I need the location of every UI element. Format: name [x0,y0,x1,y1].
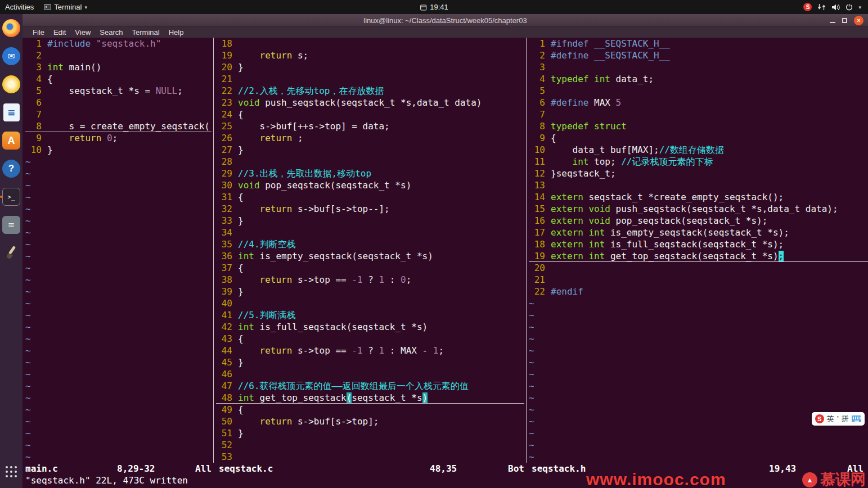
ime-english-mode[interactable]: 英 [827,414,834,424]
code-line[interactable]: 31{ [216,191,524,203]
code-line[interactable]: 44 return s->top == -1 ? 1 : MAX - 1; [216,345,524,356]
tilde-line[interactable]: ~ [529,321,868,333]
activities-button[interactable]: Activities [0,0,39,14]
tilde-line[interactable]: ~ [25,321,212,333]
tilde-line[interactable]: ~ [529,451,868,463]
ime-pinyin-mode[interactable]: 拼 [842,414,849,424]
dock-thunderbird-icon[interactable]: ✉ [2,47,21,66]
code-line[interactable]: 26 return ; [216,132,524,144]
tilde-line[interactable]: ~ [25,203,212,215]
sogou-input-icon[interactable]: S [803,3,812,11]
tilde-line[interactable]: ~ [529,368,868,380]
code-line[interactable]: 46 [216,368,524,380]
code-line[interactable]: 3 [529,61,868,73]
dock-firefox-icon[interactable] [2,19,21,38]
code-line[interactable]: 8typedef struct [529,120,868,132]
code-line[interactable]: 20} [216,61,524,73]
dock-paintbrush-icon[interactable] [2,243,21,263]
code-line[interactable]: 4typedef int data_t; [529,73,868,85]
code-line[interactable]: 6#define MAX 5 [529,97,868,109]
code-line[interactable]: 53 [216,451,524,463]
dock-show-applications-icon[interactable] [2,462,21,481]
dock-ubuntu-software-icon[interactable]: A [2,131,21,150]
menu-help[interactable]: Help [164,28,188,37]
code-line[interactable]: 4{ [25,73,212,85]
tilde-line[interactable]: ~ [25,451,212,463]
code-line[interactable]: 42int is_full_seqstack(seqstack_t *s) [216,321,524,333]
code-line[interactable]: 34 [216,227,524,238]
code-line[interactable]: 9 return 0; [25,132,212,144]
code-line[interactable]: 10} [25,144,212,156]
code-line[interactable]: 7 [529,109,868,120]
dock-libreoffice-writer-icon[interactable]: ≡ [2,103,21,122]
code-line[interactable]: 1#ifndef __SEQSTACK_H__ [529,38,868,49]
code-line[interactable]: 22#endif [529,286,868,297]
code-line[interactable]: 50 return s->buf[s->top]; [216,415,524,427]
menu-view[interactable]: View [70,28,95,37]
volume-icon[interactable] [831,4,840,11]
code-line[interactable]: 29//3.出栈，先取出数据,移动top [216,168,524,179]
minimize-button[interactable] [830,22,835,23]
code-line[interactable]: 8 s = create_empty_seqstack( [25,120,212,132]
tilde-line[interactable]: ~ [25,392,212,404]
tilde-line[interactable]: ~ [529,333,868,345]
code-line[interactable]: 33} [216,215,524,227]
vim-window-seqstack-h[interactable]: 1#ifndef __SEQSTACK_H__2#define __SEQSTA… [529,38,868,463]
code-line[interactable]: 25 s->buf[++s->top] = data; [216,120,524,132]
tilde-line[interactable]: ~ [529,439,868,451]
code-line[interactable]: 30void pop_seqstack(seqstack_t *s) [216,179,524,191]
code-line[interactable]: 39} [216,286,524,297]
sogou-ime-bar[interactable]: S 英 ’ 拼 [812,412,865,426]
code-line[interactable]: 3int main() [25,61,212,73]
tilde-line[interactable]: ~ [529,297,868,309]
code-line[interactable]: 47//6.获得栈顶元素的值——返回数组最后一个入栈元素的值 [216,380,524,392]
code-line[interactable]: 51} [216,427,524,439]
tilde-line[interactable]: ~ [529,380,868,392]
code-line[interactable]: 2#define __SEQSTACK_H__ [529,49,868,61]
dock-help-icon[interactable]: ? [2,159,21,178]
tilde-line[interactable]: ~ [25,333,212,345]
dock-terminal-icon[interactable]: >_ [2,187,21,206]
tilde-line[interactable]: ~ [25,345,212,356]
code-line[interactable]: 17extern int is_empty_seqstack(seqstack_… [529,227,868,238]
menu-terminal[interactable]: Terminal [128,28,164,37]
keyboard-icon[interactable] [852,415,861,422]
vim-window-main-c[interactable]: 1#include "seqstack.h"23int main()4{5 se… [23,38,212,463]
vim-window-seqstack-c[interactable]: 1819 return s;20}2122//2.入栈，先移动top，在存放数据… [216,38,524,463]
code-line[interactable]: 13 [529,179,868,191]
clock[interactable]: 19:41 [420,0,448,14]
tilde-line[interactable]: ~ [25,415,212,427]
code-line[interactable]: 41//5.判断满栈 [216,309,524,321]
code-line[interactable]: 24{ [216,109,524,120]
tilde-line[interactable]: ~ [25,380,212,392]
code-line[interactable]: 35//4.判断空栈 [216,238,524,250]
code-line[interactable]: 6 [25,97,212,109]
code-line[interactable]: 19extern int get_top_seqstack(seqstack_t… [529,250,868,262]
tilde-line[interactable]: ~ [25,227,212,238]
code-line[interactable]: 52 [216,439,524,451]
code-line[interactable]: 14extern seqstack_t *create_empty_seqsta… [529,191,868,203]
code-line[interactable]: 45} [216,356,524,368]
menu-search[interactable]: Search [95,28,127,37]
code-line[interactable]: 49{ [216,404,524,415]
tilde-line[interactable]: ~ [25,274,212,286]
code-line[interactable]: 5 seqstack_t *s = NULL; [25,85,212,97]
tilde-line[interactable]: ~ [25,404,212,415]
code-line[interactable]: 11 int top; //记录栈顶元素的下标 [529,156,868,168]
code-line[interactable]: 40 [216,297,524,309]
tilde-line[interactable]: ~ [25,179,212,191]
tilde-line[interactable]: ~ [529,392,868,404]
tilde-line[interactable]: ~ [25,250,212,262]
code-line[interactable]: 32 return s->buf[s->top--]; [216,203,524,215]
dock-files-icon[interactable]: ≡ [2,215,21,234]
tilde-line[interactable]: ~ [529,356,868,368]
code-line[interactable]: 36int is_empty_seqstack(seqstack_t *s) [216,250,524,262]
tilde-line[interactable]: ~ [25,215,212,227]
code-line[interactable]: 16extern void pop_seqstack(seqstack_t *s… [529,215,868,227]
code-line[interactable]: 23void push_seqstack(seqstack_t *s,data_… [216,97,524,109]
window-titlebar[interactable]: linux@linux: ~/Class/dataStruct/week05/c… [23,14,868,27]
code-line[interactable]: 5 [529,85,868,97]
code-line[interactable]: 38 return s->top == -1 ? 1 : 0; [216,274,524,286]
tilde-line[interactable]: ~ [529,345,868,356]
code-line[interactable]: 21 [216,73,524,85]
